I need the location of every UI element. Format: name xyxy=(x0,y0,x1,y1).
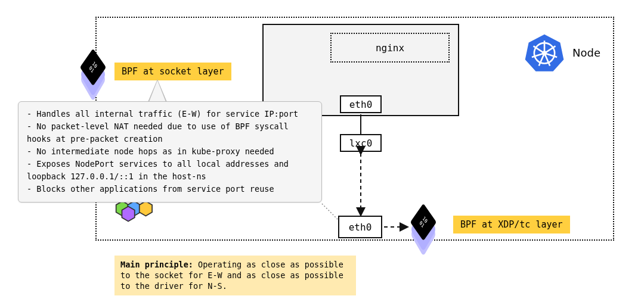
callout-line: - Blocks other applications from service… xyxy=(27,183,313,195)
callout-line: - No intermediate node hops as in kube-p… xyxy=(27,145,313,158)
callout-line: hooks at pre-packet creation xyxy=(27,133,313,145)
node-label: Node xyxy=(572,46,600,59)
callout-line: loopback 127.0.0.1/::1 in the host-ns xyxy=(27,170,313,183)
callout-line: - No packet-level NAT needed due to use … xyxy=(27,120,313,133)
callout-line: - Exposes NodePort services to all local… xyxy=(27,158,313,170)
tag-bpf-xdp-tc-layer: BPF at XDP/tc layer xyxy=(453,216,570,233)
ebpf-icon: 1001 xyxy=(407,210,440,243)
callout-box: - Handles all internal traffic (E-W) for… xyxy=(18,101,322,203)
cilium-icon xyxy=(110,200,157,223)
ebpf-icon: 1001 xyxy=(76,55,110,88)
principle-note-bold: Main principle: xyxy=(120,260,193,269)
interface-label: lxc0 xyxy=(349,138,373,149)
svg-line-17 xyxy=(322,204,338,219)
svg-marker-12 xyxy=(140,201,152,216)
interface-eth0-container: eth0 xyxy=(340,95,382,113)
interface-eth0-host: eth0 xyxy=(338,216,382,238)
tag-bpf-socket-layer: BPF at socket layer xyxy=(114,63,231,80)
svg-marker-13 xyxy=(122,207,134,222)
interface-lxc0: lxc0 xyxy=(340,134,382,152)
interface-label: eth0 xyxy=(349,99,373,110)
app-nginx-label: nginx xyxy=(376,42,404,54)
callout-line: - Handles all internal traffic (E-W) for… xyxy=(27,108,313,120)
kubernetes-icon xyxy=(525,33,564,72)
app-nginx-box: nginx xyxy=(330,33,450,63)
callout-pointer xyxy=(149,80,166,102)
principle-note: Main principle: Operating as close as po… xyxy=(114,256,356,295)
interface-label: eth0 xyxy=(349,222,372,233)
